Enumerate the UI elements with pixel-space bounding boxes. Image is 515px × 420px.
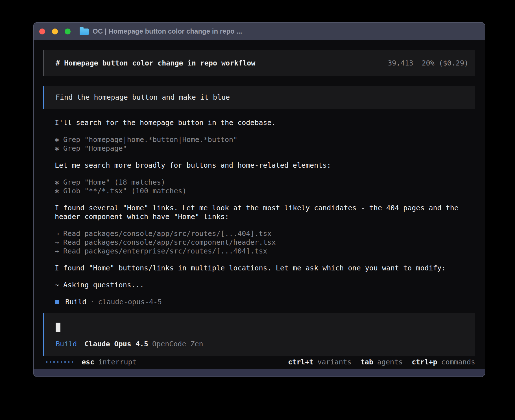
close-button[interactable] [39, 29, 45, 34]
tool-call-grep: ✱Grep "Home" (18 matches) [55, 178, 475, 187]
tool-call-group: ✱Grep "homepage|home.*button|Home.*butto… [55, 135, 475, 153]
shortcut-agents: tab agents [361, 358, 403, 366]
session-title: # Homepage button color change in repo w… [56, 59, 255, 67]
tool-call-glob: ✱Glob "**/*.tsx" (100 matches) [55, 187, 475, 195]
agent-status-row: Build · claude-opus-4-5 [55, 298, 475, 306]
input-meta: Build Claude Opus 4.5 OpenCode Zen [56, 340, 468, 348]
shortcut-commands: ctrl+p commands [412, 358, 475, 366]
tool-bullet-icon: ✱ [55, 178, 59, 187]
terminal-window: OC | Homepage button color change in rep… [33, 22, 485, 377]
tool-call-read: →Read packages/enterprise/src/routes/[..… [55, 247, 475, 255]
shortcut-label: interrupt [98, 358, 136, 366]
tool-call-read: →Read packages/console/app/src/routes/[.… [55, 229, 475, 238]
user-message: Find the homepage button and make it blu… [43, 86, 475, 109]
input-provider-label: OpenCode Zen [152, 340, 203, 348]
tool-bullet-icon: ✱ [55, 135, 59, 144]
shortcut-interrupt: esc interrupt [82, 358, 137, 366]
session-header: # Homepage button color change in repo w… [43, 50, 475, 76]
assistant-paragraph: I found several "Home" links. Let me loo… [55, 204, 475, 221]
tool-bullet-icon: ✱ [55, 144, 59, 153]
terminal-content: # Homepage button color change in repo w… [34, 40, 485, 356]
fullscreen-button[interactable] [65, 29, 71, 34]
status-bar-right: ctrl+t variants tab agents ctrl+p comman… [288, 358, 475, 366]
dot-separator: · [90, 298, 94, 306]
shortcut-key: esc [82, 358, 94, 366]
folder-icon [80, 29, 89, 35]
user-message-text: Find the homepage button and make it blu… [56, 93, 230, 102]
prompt-input[interactable]: Build Claude Opus 4.5 OpenCode Zen [43, 313, 475, 356]
agent-model: claude-opus-4-5 [98, 298, 162, 306]
shortcut-key: ctrl+p [412, 358, 437, 366]
asking-status: ~ Asking questions... [55, 281, 475, 289]
tool-call-group: →Read packages/console/app/src/routes/[.… [55, 229, 475, 255]
window-title: OC | Homepage button color change in rep… [93, 27, 242, 35]
shortcut-variants: ctrl+t variants [288, 358, 352, 366]
tool-call-group: ✱Grep "Home" (18 matches) ✱Glob "**/*.ts… [55, 178, 475, 195]
shortcut-label: variants [317, 358, 351, 366]
build-agent-icon [55, 300, 59, 304]
input-mode-label[interactable]: Build [56, 340, 77, 348]
minimize-button[interactable] [52, 29, 58, 34]
window-titlebar: OC | Homepage button color change in rep… [34, 23, 485, 40]
tool-bullet-icon: ✱ [55, 187, 59, 195]
tool-call-grep: ✱Grep "homepage|home.*button|Home.*butto… [55, 135, 475, 144]
arrow-right-icon: → [55, 238, 59, 247]
arrow-right-icon: → [55, 229, 59, 238]
assistant-paragraph: I'll search for the homepage button in t… [55, 118, 475, 127]
arrow-right-icon: → [55, 247, 59, 255]
session-stats: 39,413 20% ($0.29) [388, 59, 468, 67]
agent-name: Build [65, 298, 86, 306]
spinner-dots [46, 361, 73, 363]
assistant-paragraph: I found "Home" buttons/links in multiple… [55, 264, 475, 272]
traffic-lights [39, 29, 71, 34]
shortcut-label: commands [441, 358, 475, 366]
status-bar-left: esc interrupt [43, 358, 137, 366]
token-count: 39,413 [388, 59, 413, 67]
assistant-paragraph: Let me search more broadly for buttons a… [55, 161, 475, 170]
tool-call-read: →Read packages/console/app/src/component… [55, 238, 475, 247]
shortcut-label: agents [377, 358, 403, 366]
assistant-transcript: I'll search for the homepage button in t… [43, 118, 475, 313]
session-cost: ($0.29) [439, 59, 468, 67]
shortcut-key: tab [361, 358, 373, 366]
shortcut-key: ctrl+t [288, 358, 313, 366]
status-bar: esc interrupt ctrl+t variants tab agents… [34, 356, 485, 369]
input-model-label[interactable]: Claude Opus 4.5 [84, 340, 148, 348]
context-percent: 20% [422, 59, 434, 67]
text-cursor [56, 323, 60, 332]
window-bottom-edge [34, 369, 485, 377]
tool-call-grep: ✱Grep "Homepage" [55, 144, 475, 153]
